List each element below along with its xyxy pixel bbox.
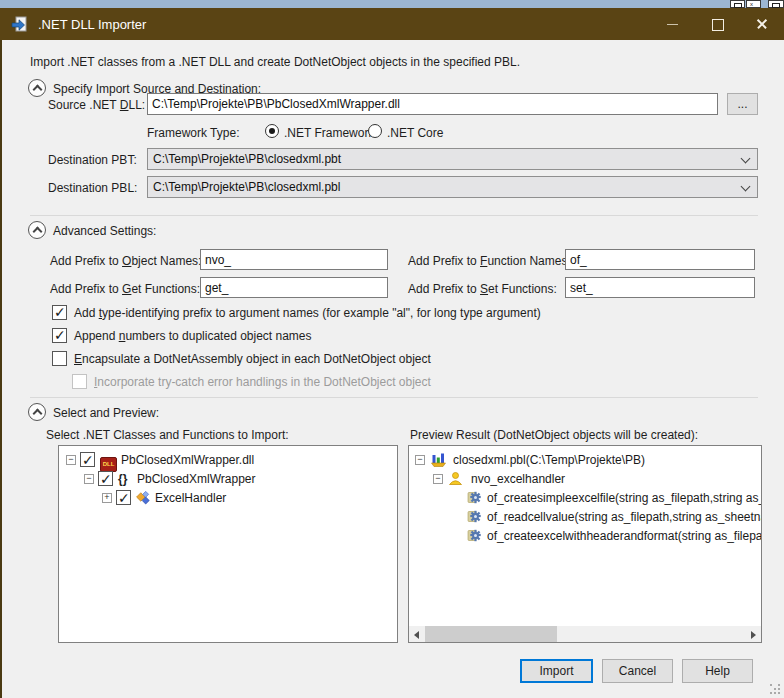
checkbox-type-prefix-label[interactable]: Add type-identifying prefix to argument … bbox=[74, 306, 541, 320]
advanced-section-heading: Advanced Settings: bbox=[53, 224, 156, 238]
destination-pbl-combo[interactable]: C:\Temp\Projekte\PB\closedxml.pbl bbox=[147, 176, 758, 198]
prefix-get-input[interactable] bbox=[200, 277, 388, 298]
prefix-set-label: Add Prefix to Set Functions: bbox=[408, 282, 557, 296]
radio-net-framework[interactable] bbox=[265, 124, 279, 138]
chevron-down-icon bbox=[741, 154, 751, 164]
close-icon bbox=[756, 18, 768, 30]
prefix-function-input[interactable] bbox=[565, 249, 755, 270]
prefix-function-label: Add Prefix to Function Names: bbox=[408, 254, 571, 268]
user-object-icon bbox=[448, 471, 463, 491]
checkbox-type-prefix[interactable] bbox=[52, 305, 67, 320]
maximize-icon bbox=[712, 19, 724, 31]
collapse-source-section-button[interactable] bbox=[28, 79, 46, 97]
tree-item-label[interactable]: of_createexcelwithheaderandformat(string… bbox=[487, 527, 762, 545]
collapse-advanced-section-button[interactable] bbox=[28, 221, 46, 239]
destination-pbt-combo[interactable]: C:\Temp\Projekte\PB\closedxml.pbt bbox=[147, 148, 758, 170]
scroll-right-icon[interactable] bbox=[745, 626, 761, 642]
expander-icon[interactable] bbox=[84, 474, 94, 484]
app-icon bbox=[10, 15, 29, 38]
source-dll-label: Source .NET DLL: bbox=[48, 98, 145, 112]
checkbox-try-catch-label: Incorporate try-catch error handlings in… bbox=[94, 375, 431, 389]
dialog-description: Import .NET classes from a .NET DLL and … bbox=[30, 55, 520, 69]
chevron-down-icon bbox=[741, 182, 751, 192]
prefix-object-label: Add Prefix to Object Names: bbox=[50, 254, 201, 268]
import-button[interactable]: Import bbox=[520, 659, 593, 683]
namespace-icon: {} bbox=[118, 470, 127, 488]
function-icon bbox=[467, 510, 481, 528]
help-button[interactable]: Help bbox=[682, 659, 753, 683]
function-icon bbox=[467, 491, 481, 509]
destination-pbl-value: C:\Temp\Projekte\PB\closedxml.pbl bbox=[153, 180, 340, 194]
resize-grip-icon[interactable] bbox=[770, 684, 784, 697]
close-button[interactable] bbox=[739, 8, 784, 40]
tree-checkbox[interactable] bbox=[98, 471, 113, 486]
minimize-icon bbox=[667, 24, 678, 25]
preview-section-heading: Select and Preview: bbox=[53, 406, 159, 420]
browse-button[interactable]: ... bbox=[727, 93, 758, 115]
net-dll-importer-dialog: x .NET DLL Importer Import .NET classes … bbox=[0, 0, 784, 698]
expander-icon[interactable] bbox=[415, 455, 425, 465]
tree-item-label[interactable]: PbClosedXmlWrapper bbox=[137, 470, 256, 488]
tree-item-label[interactable]: nvo_excelhandler bbox=[471, 470, 565, 488]
cancel-button[interactable]: Cancel bbox=[602, 659, 673, 683]
preview-tree-panel: closedxml.pbl(C:\Temp\Projekte\PB) nvo_e… bbox=[408, 445, 762, 643]
maximize-button[interactable] bbox=[695, 8, 740, 40]
section-divider bbox=[30, 215, 758, 216]
class-icon bbox=[136, 491, 150, 510]
minimize-button[interactable] bbox=[650, 8, 695, 40]
tree-row[interactable]: DLL PbClosedXmlWrapper.dll bbox=[59, 451, 397, 469]
background-window-strip bbox=[0, 0, 784, 8]
tree-row[interactable]: of_createsimpleexcelfile(string as_filep… bbox=[409, 489, 762, 507]
collapse-preview-section-button[interactable] bbox=[28, 403, 46, 421]
tree-item-label[interactable]: of_createsimpleexcelfile(string as_filep… bbox=[487, 489, 762, 507]
framework-type-label: Framework Type: bbox=[147, 126, 239, 140]
tree-row[interactable]: {} PbClosedXmlWrapper bbox=[59, 470, 397, 488]
tree-checkbox[interactable] bbox=[80, 452, 95, 467]
section-divider bbox=[30, 397, 758, 398]
tree-row[interactable]: closedxml.pbl(C:\Temp\Projekte\PB) bbox=[409, 451, 761, 469]
source-dll-input[interactable] bbox=[147, 93, 718, 115]
tree-row[interactable]: of_createexcelwithheaderandformat(string… bbox=[409, 527, 762, 545]
window-border bbox=[0, 40, 2, 698]
tree-item-label[interactable]: PbClosedXmlWrapper.dll bbox=[121, 451, 254, 469]
horizontal-scrollbar[interactable] bbox=[409, 626, 761, 642]
checkbox-append-numbers-label[interactable]: Append numbers to duplicated object name… bbox=[74, 329, 312, 343]
scroll-left-icon[interactable] bbox=[409, 626, 425, 642]
expander-icon[interactable] bbox=[433, 474, 443, 484]
select-tree-caption: Select .NET Classes and Functions to Imp… bbox=[46, 428, 289, 442]
tree-row[interactable]: of_readcellvalue(string as_filepath,stri… bbox=[409, 508, 762, 526]
prefix-object-input[interactable] bbox=[200, 249, 388, 270]
tree-item-label[interactable]: of_readcellvalue(string as_filepath,stri… bbox=[487, 508, 762, 526]
radio-net-core-label[interactable]: .NET Core bbox=[387, 126, 443, 140]
tree-row[interactable]: nvo_excelhandler bbox=[409, 470, 761, 488]
checkbox-append-numbers[interactable] bbox=[52, 328, 67, 343]
checkbox-encapsulate-assembly-label[interactable]: Encapsulate a DotNetAssembly object in e… bbox=[74, 352, 431, 366]
prefix-set-input[interactable] bbox=[565, 277, 755, 298]
preview-tree-caption: Preview Result (DotNetObject objects wil… bbox=[410, 428, 698, 442]
destination-pbt-value: C:\Temp\Projekte\PB\closedxml.pbt bbox=[153, 152, 341, 166]
checkbox-try-catch bbox=[72, 374, 87, 389]
background-window-fragment bbox=[768, 0, 784, 8]
function-icon bbox=[467, 529, 481, 547]
tree-item-label[interactable]: ExcelHandler bbox=[155, 489, 226, 507]
expander-icon[interactable] bbox=[66, 455, 76, 465]
prefix-get-label: Add Prefix to Get Functions: bbox=[50, 282, 200, 296]
select-tree-panel: DLL PbClosedXmlWrapper.dll {} PbClosedXm… bbox=[58, 445, 398, 643]
tree-checkbox[interactable] bbox=[116, 490, 131, 505]
tree-row[interactable]: ExcelHandler bbox=[59, 489, 397, 507]
scrollbar-thumb[interactable] bbox=[425, 626, 557, 642]
radio-net-framework-label[interactable]: .NET Framework bbox=[284, 126, 374, 140]
window-title: .NET DLL Importer bbox=[38, 17, 146, 32]
destination-pbl-label: Destination PBL: bbox=[48, 181, 137, 195]
title-bar[interactable]: .NET DLL Importer bbox=[0, 8, 784, 40]
expander-icon[interactable] bbox=[102, 493, 112, 503]
background-close-icon[interactable]: x bbox=[746, 0, 761, 8]
checkbox-encapsulate-assembly[interactable] bbox=[52, 351, 67, 366]
destination-pbt-label: Destination PBT: bbox=[48, 153, 137, 167]
tree-item-label[interactable]: closedxml.pbl(C:\Temp\Projekte\PB) bbox=[453, 451, 645, 469]
radio-net-core[interactable] bbox=[368, 124, 382, 138]
background-maximize-icon[interactable] bbox=[730, 0, 745, 8]
